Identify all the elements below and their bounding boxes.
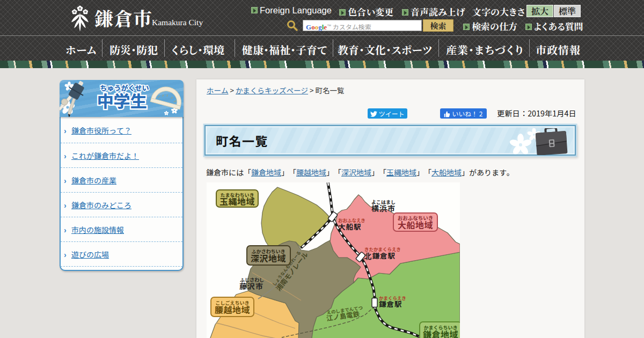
svg-text:深沢地域: 深沢地域	[251, 252, 286, 264]
svg-text:藤沢市: 藤沢市	[239, 281, 264, 291]
svg-text:北鎌倉駅: 北鎌倉駅	[364, 250, 396, 261]
svg-text:大船駅: 大船駅	[338, 221, 362, 232]
svg-text:腰越地域: 腰越地域	[215, 303, 250, 316]
svg-text:鎌倉地域: 鎌倉地域	[423, 328, 458, 338]
svg-text:鎌倉駅: 鎌倉駅	[379, 298, 402, 309]
svg-text:中学生: 中学生	[97, 88, 147, 112]
svg-text:大船地域: 大船地域	[398, 218, 433, 231]
svg-text:横浜市: 横浜市	[371, 203, 396, 214]
svg-text:玉縄地域: 玉縄地域	[219, 195, 255, 208]
